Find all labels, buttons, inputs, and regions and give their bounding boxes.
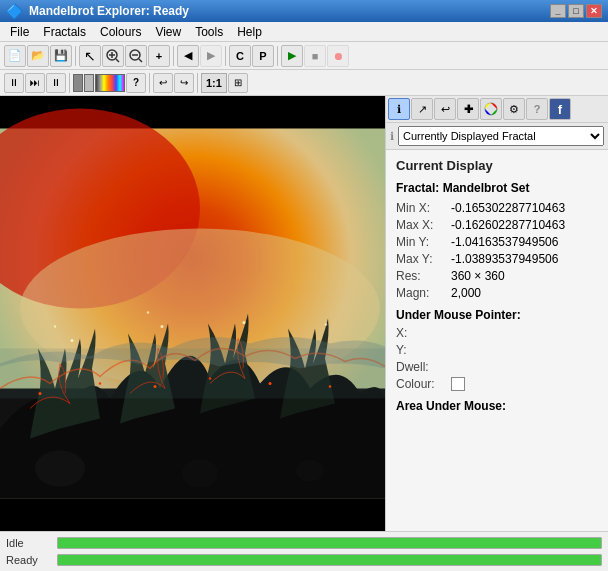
menu-file[interactable]: File (4, 23, 35, 41)
info-panel: ℹ ↗ ↩ ✚ ⚙ ? f ℹ Currently Displayed Frac… (385, 96, 608, 531)
facebook-btn[interactable]: f (549, 98, 571, 120)
svg-point-25 (269, 382, 272, 385)
new-button[interactable]: 📄 (4, 45, 26, 67)
color-wheel-icon (484, 102, 498, 116)
svg-line-1 (116, 59, 119, 62)
color-swatch-gray (73, 74, 83, 92)
help-tb2-button[interactable]: ? (126, 73, 146, 93)
mouse-heading: Under Mouse Pointer: (396, 308, 598, 322)
colour-swatch (451, 377, 465, 391)
zoom-in-icon (106, 49, 120, 63)
sep-4 (277, 46, 278, 66)
fractal-dropdown[interactable]: Currently Displayed Fractal (398, 126, 604, 146)
c-button[interactable]: C (229, 45, 251, 67)
sep-3 (225, 46, 226, 66)
sep-7 (197, 73, 198, 93)
idle-progress-bar (57, 537, 602, 549)
min-y-label: Min Y: (396, 235, 451, 249)
redo-btn[interactable]: ↪ (174, 73, 194, 93)
stop-button[interactable]: ■ (304, 45, 326, 67)
color-swatch-light (84, 74, 94, 92)
svg-point-26 (329, 385, 331, 387)
magn-label: Magn: (396, 286, 451, 300)
color-info-btn[interactable] (480, 98, 502, 120)
sep-5 (69, 73, 70, 93)
undo-btn[interactable]: ↩ (153, 73, 173, 93)
back-button[interactable]: ◀ (177, 45, 199, 67)
svg-point-22 (99, 382, 101, 384)
colour-row: Colour: (396, 377, 598, 391)
ratio-button[interactable]: 1:1 (201, 73, 227, 93)
idle-progress-fill (58, 538, 601, 548)
ready-label: Ready (6, 554, 51, 566)
svg-point-21 (39, 392, 42, 395)
navigate-btn[interactable]: ↩ (434, 98, 456, 120)
settings-info-btn[interactable]: ⚙ (503, 98, 525, 120)
fractal-label: Fractal: (396, 181, 439, 195)
max-y-row: Max Y: -1.03893537949506 (396, 252, 598, 266)
title-bar: 🔷 Mandelbrot Explorer: Ready _ □ ✕ (0, 0, 608, 22)
pause2-button[interactable]: ⏸ (46, 73, 66, 93)
save-button[interactable]: 💾 (50, 45, 72, 67)
help-info-btn[interactable]: ? (526, 98, 548, 120)
goto-btn[interactable]: ↗ (411, 98, 433, 120)
fractal-value: Mandelbrot Set (443, 181, 530, 195)
edit-btn[interactable]: ✚ (457, 98, 479, 120)
window-title: Mandelbrot Explorer: Ready (29, 4, 189, 18)
min-x-label: Min X: (396, 201, 451, 215)
zoom-out-icon (129, 49, 143, 63)
info-toolbar: ℹ ↗ ↩ ✚ ⚙ ? f (386, 96, 608, 123)
pan-button[interactable]: + (148, 45, 170, 67)
menu-colours[interactable]: Colours (94, 23, 147, 41)
colour-label: Colour: (396, 377, 451, 391)
zoom-out-button[interactable] (125, 45, 147, 67)
max-x-value: -0.162602287710463 (451, 218, 565, 232)
fractal-display[interactable] (0, 96, 385, 531)
info-content-area: Current Display Fractal: Mandelbrot Set … (386, 150, 608, 425)
info-btn[interactable]: ℹ (388, 98, 410, 120)
grid-button[interactable]: ⊞ (228, 73, 248, 93)
menu-help[interactable]: Help (231, 23, 268, 41)
play-button[interactable]: ▶ (281, 45, 303, 67)
svg-line-5 (139, 59, 142, 62)
p-button[interactable]: P (252, 45, 274, 67)
idle-status-row: Idle (6, 535, 602, 551)
record-button[interactable]: ⏺ (327, 45, 349, 67)
status-bar: Idle Ready (0, 531, 608, 571)
min-y-row: Min Y: -1.04163537949506 (396, 235, 598, 249)
menu-fractals[interactable]: Fractals (37, 23, 92, 41)
color-palette-stripe[interactable] (95, 74, 125, 92)
step-button[interactable]: ⏭ (25, 73, 45, 93)
menu-bar: File Fractals Colours View Tools Help (0, 22, 608, 42)
idle-label: Idle (6, 537, 51, 549)
pointer-button[interactable]: ↖ (79, 45, 101, 67)
svg-point-20 (325, 323, 327, 325)
dwell-label: Dwell: (396, 360, 451, 374)
sep-6 (149, 73, 150, 93)
ready-progress-fill (58, 555, 601, 565)
menu-tools[interactable]: Tools (189, 23, 229, 41)
maximize-button[interactable]: □ (568, 4, 584, 18)
max-y-label: Max Y: (396, 252, 451, 266)
svg-point-12 (182, 460, 218, 488)
res-row: Res: 360 × 360 (396, 269, 598, 283)
menu-view[interactable]: View (149, 23, 187, 41)
sep-2 (173, 46, 174, 66)
max-x-label: Max X: (396, 218, 451, 232)
svg-point-16 (54, 325, 56, 327)
area-heading: Area Under Mouse: (396, 399, 598, 413)
fractal-selector-bar: ℹ Currently Displayed Fractal (386, 123, 608, 150)
y-label: Y: (396, 343, 451, 357)
svg-point-13 (296, 460, 324, 482)
min-x-row: Min X: -0.165302287710463 (396, 201, 598, 215)
svg-point-15 (71, 339, 74, 342)
app-icon: 🔷 (6, 3, 23, 19)
ready-progress-bar (57, 554, 602, 566)
svg-point-18 (147, 311, 149, 313)
open-button[interactable]: 📂 (27, 45, 49, 67)
minimize-button[interactable]: _ (550, 4, 566, 18)
forward-button[interactable]: ▶ (200, 45, 222, 67)
close-button[interactable]: ✕ (586, 4, 602, 18)
zoom-in-button[interactable] (102, 45, 124, 67)
pause-button[interactable]: ⏸ (4, 73, 24, 93)
